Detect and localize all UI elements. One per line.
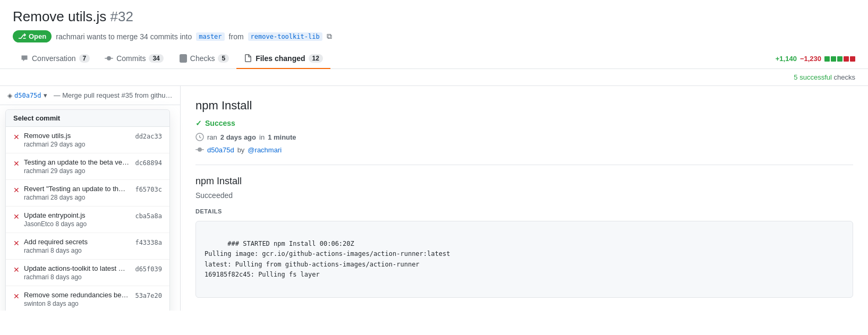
diff-bar-5	[850, 56, 855, 62]
fail-icon: ✕	[13, 159, 20, 168]
sub-section-status: Succeeded	[195, 191, 853, 200]
open-badge-icon: ⎇	[18, 32, 26, 40]
select-commit-dropdown: Select commit ✕ Remove utils.js rachmari…	[5, 109, 170, 311]
author-link[interactable]: @rachmari	[248, 146, 282, 154]
diff-bar-4	[844, 56, 849, 62]
fail-icon: ✕	[13, 239, 20, 247]
fail-icon: ✕	[13, 292, 20, 300]
details-label: DETAILS	[195, 208, 853, 214]
right-panel: npm Install ✓ Success ran 2 days ago in …	[181, 86, 868, 311]
pr-number: #32	[110, 8, 133, 24]
compare-branch[interactable]: remove-toolkit-lib	[248, 32, 322, 41]
sha-link[interactable]: d50a75d	[207, 146, 234, 154]
fail-icon: ✕	[13, 265, 20, 274]
check-icon: ✓	[195, 119, 202, 127]
fail-icon: ✕	[13, 212, 20, 221]
pr-title: Remove utils.js #32	[13, 8, 855, 25]
list-item[interactable]: ✕ Remove some redundancies be… swinton 8…	[6, 286, 169, 311]
tab-commits[interactable]: Commits 34	[97, 49, 171, 69]
list-item[interactable]: ✕ Revert "Testing an update to th… rachm…	[6, 180, 169, 207]
diff-bar-3	[837, 56, 843, 62]
meta-sha-row: d50a75d by @rachmari	[195, 145, 853, 154]
pr-subtitle: ⎇ Open rachmari wants to merge 34 commit…	[13, 30, 855, 42]
tab-conversation[interactable]: Conversation 7	[13, 49, 97, 69]
section-divider	[195, 165, 853, 165]
conversation-icon	[20, 54, 29, 63]
diff-stats: +1,140 −1,230	[776, 55, 855, 63]
meta-time-row: ran 2 days ago in 1 minute	[195, 133, 853, 141]
fail-icon: ✕	[13, 186, 20, 194]
nav-tabs: Conversation 7 Commits 34 Checks 5 Files…	[0, 49, 868, 69]
checks-summary-bar: 5 successful checks	[0, 69, 868, 86]
list-item[interactable]: ✕ Update actions-toolkit to latest … rac…	[6, 260, 169, 286]
base-branch[interactable]: master	[196, 32, 224, 41]
commit-selector-bar[interactable]: ◈ d50a75d ▾ — Merge pull request #35 fro…	[0, 86, 180, 105]
commit-sha-display: d50a75d	[14, 92, 41, 99]
git-commit-icon: ◈	[7, 92, 12, 99]
open-badge: ⎇ Open	[13, 30, 52, 42]
commit-list: ✕ Remove utils.js rachmari 29 days ago d…	[6, 127, 169, 311]
list-item[interactable]: ✕ Remove utils.js rachmari 29 days ago d…	[6, 127, 169, 153]
diff-bar-2	[831, 56, 836, 62]
commit-icon-small	[195, 145, 204, 154]
left-panel: ◈ d50a75d ▾ — Merge pull request #35 fro…	[0, 86, 181, 311]
commits-icon	[105, 54, 113, 63]
status-success: ✓ Success	[195, 119, 853, 127]
files-changed-icon	[244, 54, 252, 63]
tab-checks[interactable]: Checks 5	[171, 49, 236, 69]
list-item[interactable]: ✕ Testing an update to the beta ve… rach…	[6, 153, 169, 180]
clock-icon	[195, 133, 204, 141]
fail-icon: ✕	[13, 133, 20, 141]
commit-message-preview: — Merge pull request #35 from github-dev…	[54, 91, 173, 99]
list-item[interactable]: ✕ Update entrypoint.js JasonEtco 8 days …	[6, 207, 169, 233]
diff-bars	[824, 56, 855, 62]
checks-icon	[178, 54, 187, 63]
section-title: npm Install	[195, 99, 853, 113]
log-output: ### STARTED npm Install 00:06:20Z Pullin…	[195, 221, 853, 298]
list-item[interactable]: ✕ Add required secrets rachmari 8 days a…	[6, 233, 169, 260]
copy-branch-icon[interactable]: ⧉	[327, 32, 332, 41]
dropdown-header: Select commit	[6, 110, 169, 127]
sub-section-title: npm Install	[195, 176, 853, 187]
tab-files-changed[interactable]: Files changed 12	[236, 49, 330, 69]
diff-bar-1	[824, 56, 830, 62]
